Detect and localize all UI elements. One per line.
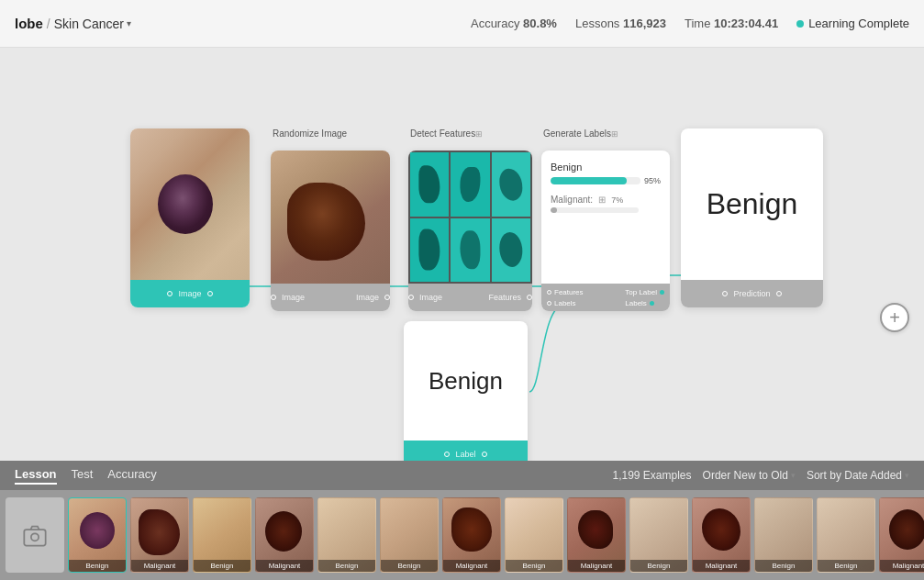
bottom-panel: Lesson Test Accuracy 1,199 Examples Orde… <box>0 461 924 580</box>
output-connector-icon <box>167 291 173 296</box>
output-connector2-icon <box>207 291 213 296</box>
thumb-label: Benign <box>194 560 250 572</box>
randomize-preview <box>271 151 390 284</box>
image-node-footer: Image <box>130 280 250 307</box>
thumb-item[interactable]: Benign <box>629 497 688 573</box>
detect-output-icon <box>527 295 532 300</box>
randomize-input-label: Image <box>282 293 305 302</box>
add-image-thumb[interactable] <box>6 497 64 573</box>
detect-options-icon: ⊞ <box>475 129 483 139</box>
randomize-node-title: Randomize Image <box>271 128 347 139</box>
image-footer-label: Image <box>178 289 201 298</box>
app-header: lobe / Skin Cancer ▾ Accuracy 80.8% Less… <box>0 0 924 48</box>
labels-out-dot-icon <box>650 301 654 306</box>
thumb-item[interactable]: Benign <box>193 497 251 573</box>
sort-label: Sort by Date Added <box>807 469 902 482</box>
thumb-label: Malignant <box>568 560 625 572</box>
detect-input-label: Image <box>419 293 442 302</box>
add-node-button[interactable]: + <box>880 303 909 332</box>
thumb-item[interactable]: Benign <box>68 497 127 573</box>
examples-count: 1,199 Examples <box>612 469 691 482</box>
generate-content: Benign 95% Malignant: ⊞ 7% <box>541 151 670 284</box>
labels-footer-item: Labels <box>547 299 584 307</box>
sort-select[interactable]: Sort by Date Added ▾ <box>807 469 909 482</box>
label-output-icon <box>482 452 487 457</box>
feature-grid <box>408 151 532 284</box>
thumb-item[interactable]: Malignant <box>130 497 189 573</box>
thumb-item[interactable]: Malignant <box>567 497 626 573</box>
labels-footer-label: Labels <box>554 299 576 307</box>
prediction-footer: Prediction <box>681 280 823 307</box>
feature-cell-1 <box>410 152 449 217</box>
prediction-value: Benign <box>707 187 798 221</box>
feature-cell-3 <box>492 152 530 217</box>
order-select[interactable]: Order New to Old ▾ <box>703 469 796 482</box>
malignant-label-row: Malignant: ⊞ 7% <box>551 195 661 213</box>
thumb-item[interactable]: Benign <box>505 497 563 573</box>
app-logo: lobe <box>15 16 43 31</box>
detect-node[interactable]: Detect Features ⊞ <box>408 128 483 141</box>
tab-lesson[interactable]: Lesson <box>15 467 57 485</box>
top-label-dot-icon <box>660 290 664 295</box>
top-label-text: Top Label <box>625 288 657 296</box>
randomize-output-icon <box>384 295 390 300</box>
thumb-label: Malignant <box>880 560 924 572</box>
label-input-icon <box>444 452 450 457</box>
malignant-label: Malignant: <box>551 195 593 205</box>
benign-bar-row: 95% <box>551 176 661 185</box>
features-footer-label: Features <box>554 288 584 296</box>
generate-labels-node[interactable]: Generate Labels ⊞ Benign 95% Malignant: <box>541 128 618 141</box>
benign-bar-bg <box>551 177 640 184</box>
generate-node-title: Generate Labels ⊞ <box>541 128 618 139</box>
tab-accuracy[interactable]: Accuracy <box>107 467 156 485</box>
benign-pct: 95% <box>644 176 661 185</box>
thumb-label: Benign <box>506 560 562 572</box>
thumb-label: Benign <box>818 560 874 572</box>
labels-dot-icon <box>547 301 551 306</box>
thumb-item[interactable]: Malignant <box>255 497 314 573</box>
project-name[interactable]: Skin Cancer ▾ <box>54 17 131 31</box>
label-node-card: Benign Label <box>404 321 528 461</box>
lesion-spot <box>158 174 213 234</box>
detect-node-footer: Image Features <box>408 284 532 311</box>
thumb-item[interactable]: Malignant <box>442 497 501 573</box>
malignant-pct: 7% <box>611 195 623 205</box>
thumb-item[interactable]: Benign <box>754 497 813 573</box>
thumb-item[interactable]: Malignant <box>692 497 751 573</box>
learning-complete-status: Learning Complete <box>796 17 909 30</box>
thumb-label: Benign <box>755 560 812 572</box>
malignant-bar-fill <box>551 207 557 213</box>
label-footer-label: Label <box>455 450 475 459</box>
benign-label: Benign <box>551 162 661 173</box>
tab-test[interactable]: Test <box>72 467 94 485</box>
thumbnails-strip: Benign Malignant Benign Malignant Benign… <box>0 490 924 580</box>
thumb-label: Benign <box>381 560 438 572</box>
feature-cell-6 <box>492 218 530 283</box>
bottom-tabs-bar: Lesson Test Accuracy 1,199 Examples Orde… <box>0 461 924 490</box>
svg-point-5 <box>31 533 39 541</box>
prediction-input-icon <box>722 291 728 296</box>
generate-node-card: Benign 95% Malignant: ⊞ 7% <box>541 151 670 311</box>
camera-icon <box>22 522 48 548</box>
thumb-item[interactable]: Malignant <box>879 497 924 573</box>
tab-group: Lesson Test Accuracy <box>15 467 157 485</box>
randomize-spot <box>287 183 365 261</box>
feature-cell-4 <box>410 218 449 283</box>
feature-cell-2 <box>451 152 489 217</box>
thumb-item[interactable]: Benign <box>317 497 376 573</box>
pipeline-canvas: Image Randomize Image Image Image Detect… <box>0 48 924 461</box>
prediction-content: Benign <box>681 128 823 280</box>
randomize-output-label: Image <box>356 293 379 302</box>
randomize-node[interactable]: Randomize Image Image Image <box>271 128 347 141</box>
prediction-footer-label: Prediction <box>733 289 770 298</box>
thumb-item[interactable]: Benign <box>817 497 875 573</box>
label-node-footer: Label <box>404 441 528 461</box>
benign-bar-fill <box>551 177 627 184</box>
labels-out-item: Labels <box>625 299 664 307</box>
header-stats: Accuracy 80.8% Lessons 116,923 Time 10:2… <box>471 17 909 30</box>
features-footer-item: Features <box>547 288 584 296</box>
image-node-card: Image <box>130 128 250 307</box>
thumb-label: Benign <box>69 560 126 572</box>
top-label-item: Top Label <box>625 288 664 296</box>
thumb-item[interactable]: Benign <box>380 497 439 573</box>
